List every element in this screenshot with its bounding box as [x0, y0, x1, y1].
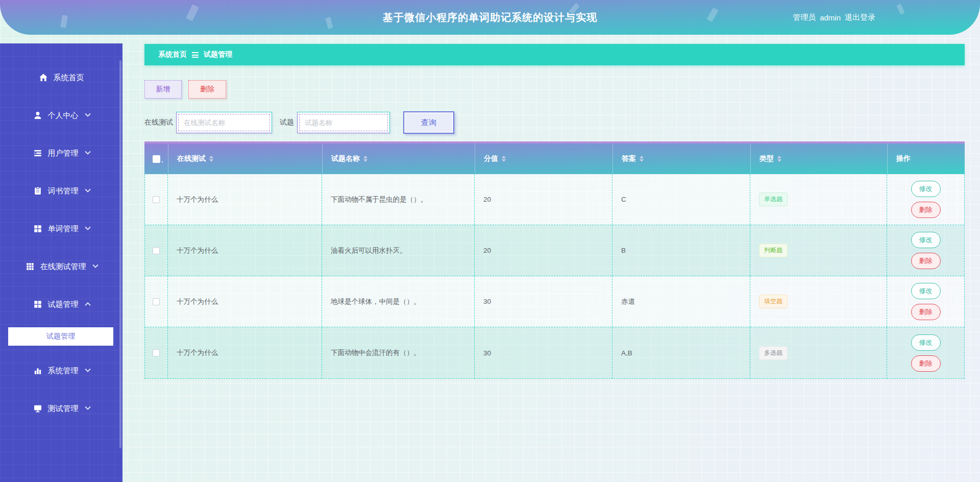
sort-icon[interactable]: [640, 156, 644, 162]
breadcrumb-home[interactable]: 系统首页: [158, 50, 187, 59]
row-checkbox[interactable]: [153, 247, 160, 254]
cell-online-test: 十万个为什么: [168, 327, 322, 378]
row-delete-button[interactable]: 删除: [911, 304, 941, 320]
sidebar-subitem-question-manage-sub[interactable]: 试题管理: [8, 327, 113, 346]
row-checkbox-cell: [145, 327, 168, 378]
sidebar-item-online-test-manage[interactable]: 在线测试管理: [0, 248, 122, 285]
edit-button[interactable]: 修改: [911, 181, 941, 197]
admin-info: 管理员 admin 退出登录: [793, 0, 875, 35]
column-header-score[interactable]: 分值: [475, 143, 612, 174]
chevron-down-icon: [85, 225, 90, 230]
chevron-down-icon: [85, 367, 90, 372]
sidebar-item-system-manage[interactable]: 系统管理: [0, 352, 122, 390]
sort-icon[interactable]: [777, 156, 781, 162]
row-delete-button[interactable]: 删除: [911, 253, 941, 269]
sidebar-scrollbar[interactable]: [119, 60, 121, 448]
row-checkbox[interactable]: [153, 298, 160, 305]
cell-online-test: 十万个为什么: [168, 225, 322, 276]
question-input-wrap: [297, 112, 390, 133]
column-header-answer[interactable]: 答案: [612, 143, 750, 174]
column-header-type[interactable]: 类型: [750, 143, 887, 174]
online-test-label: 在线测试: [144, 118, 173, 127]
sidebar: 系统首页个人中心用户管理词书管理单词管理在线测试管理试题管理试题管理系统管理测试…: [0, 43, 122, 482]
table-row: 十万个为什么地球是个球体，中间是（）。30赤道填空题 修改 删除: [145, 276, 964, 327]
breadcrumb: 系统首页 试题管理: [144, 44, 965, 65]
chevron-up-icon: [85, 302, 90, 308]
sidebar-item-label: 个人中心: [48, 111, 79, 120]
edit-button[interactable]: 修改: [911, 232, 941, 248]
cell-online-test: 十万个为什么: [168, 276, 322, 327]
row-delete-button[interactable]: 删除: [911, 202, 941, 218]
cell-question: 下面动物中会流汗的有（）。: [322, 327, 475, 378]
question-input[interactable]: [299, 114, 388, 131]
sidebar-item-question-manage[interactable]: 试题管理: [0, 285, 122, 323]
type-tag: 判断题: [759, 244, 788, 257]
delete-button[interactable]: 删除: [188, 80, 226, 99]
cell-actions: 修改 删除: [887, 174, 964, 225]
edit-button[interactable]: 修改: [911, 334, 941, 351]
sidebar-item-label: 在线测试管理: [40, 262, 86, 272]
questions-table: 在线测试 试题名称 分值 答案 类型: [144, 141, 965, 379]
cell-score: 30: [475, 276, 612, 327]
confetti-decoration: [896, 4, 905, 15]
cell-answer: B: [612, 225, 750, 276]
admin-username: admin: [820, 13, 841, 22]
chart-icon: [33, 366, 42, 375]
cell-type: 填空题: [750, 276, 887, 327]
select-all-cell: [144, 143, 168, 174]
row-delete-button[interactable]: 删除: [911, 355, 941, 372]
sidebar-item-user-manage[interactable]: 用户管理: [0, 134, 122, 172]
query-button[interactable]: 查询: [403, 111, 454, 134]
table-row: 十万个为什么油着火后可以用水扑灭。20B判断题 修改 删除: [145, 225, 964, 276]
page: 基于微信小程序的单词助记系统的设计与实现 管理员 admin 退出登录 系统首页…: [0, 0, 980, 482]
sidebar-item-home[interactable]: 系统首页: [0, 59, 122, 97]
cell-score: 20: [475, 174, 612, 225]
type-tag: 填空题: [759, 295, 788, 308]
app-header: 基于微信小程序的单词助记系统的设计与实现 管理员 admin 退出登录: [0, 0, 980, 35]
cell-score: 30: [475, 327, 612, 378]
cell-score: 20: [475, 225, 612, 276]
cell-answer: C: [612, 174, 750, 225]
confetti-decoration: [60, 15, 68, 28]
monitor-icon: [33, 404, 42, 413]
table-row: 十万个为什么下面动物不属于昆虫的是（）。20C单选题 修改 删除: [145, 174, 964, 225]
table-row: 十万个为什么下面动物中会流汗的有（）。30A,B多选题 修改 删除: [145, 327, 964, 378]
grid4-icon: [33, 224, 42, 233]
column-header-question[interactable]: 试题名称: [322, 143, 475, 174]
table-body: 十万个为什么下面动物不属于昆虫的是（）。20C单选题 修改 删除 十万个为什么油…: [144, 174, 965, 379]
page-title: 基于微信小程序的单词助记系统的设计与实现: [383, 11, 597, 25]
notebook-icon: [33, 186, 42, 196]
chevron-down-icon: [85, 187, 90, 192]
user-icon: [33, 111, 42, 120]
table-header-row: 在线测试 试题名称 分值 答案 类型: [144, 143, 965, 174]
chevron-down-icon: [85, 404, 90, 410]
sort-icon[interactable]: [209, 156, 213, 162]
sidebar-item-test-manage[interactable]: 测试管理: [0, 390, 122, 427]
sidebar-item-word-manage[interactable]: 单词管理: [0, 210, 122, 248]
sidebar-item-personal-center[interactable]: 个人中心: [0, 97, 122, 134]
sort-icon[interactable]: [502, 156, 506, 162]
chevron-down-icon: [85, 111, 90, 117]
cell-actions: 修改 删除: [887, 327, 964, 378]
cell-type: 单选题: [750, 174, 887, 225]
confetti-decoration: [706, 8, 718, 22]
home-icon: [39, 73, 48, 82]
edit-button[interactable]: 修改: [911, 283, 941, 299]
type-tag: 单选题: [759, 192, 788, 206]
logout-button[interactable]: 退出登录: [845, 13, 875, 22]
sidebar-item-wordbook-manage[interactable]: 词书管理: [0, 172, 122, 210]
sort-icon[interactable]: [363, 156, 368, 162]
column-header-online-test[interactable]: 在线测试: [168, 143, 322, 174]
row-checkbox-cell: [145, 174, 168, 225]
sidebar-item-label: 用户管理: [48, 149, 79, 158]
add-button[interactable]: 新增: [144, 80, 182, 99]
cell-online-test: 十万个为什么: [168, 174, 322, 225]
cell-type: 判断题: [750, 225, 887, 276]
chevron-down-icon: [92, 262, 98, 268]
row-checkbox[interactable]: [153, 349, 160, 356]
admin-role-label: 管理员: [793, 13, 816, 22]
select-all-checkbox[interactable]: [153, 155, 160, 163]
sidebar-item-label: 单词管理: [48, 224, 79, 234]
row-checkbox[interactable]: [153, 196, 160, 203]
online-test-input[interactable]: [178, 114, 270, 131]
